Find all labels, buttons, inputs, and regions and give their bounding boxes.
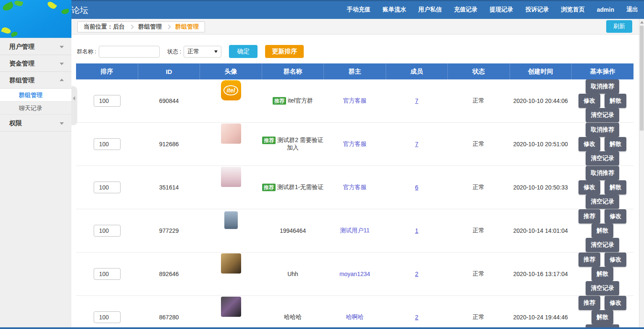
group-id: 977229 <box>138 209 200 253</box>
scrollbar-thumb[interactable] <box>640 26 644 131</box>
column-header: 状态 <box>448 63 510 79</box>
cancel-recommend-button[interactable]: 取消推荐 <box>586 166 619 180</box>
recommend-button[interactable]: 推荐 <box>578 296 600 310</box>
group-id: 912686 <box>138 123 200 166</box>
column-header: 群主 <box>324 63 386 79</box>
vertical-scrollbar[interactable] <box>639 19 644 329</box>
edit-button[interactable]: 修改 <box>578 137 600 151</box>
top-nav-link[interactable]: 账单流水 <box>383 6 406 13</box>
breadcrumb-item[interactable]: 群组管理 <box>138 23 162 31</box>
table-header-row: 排序ID头像群名称群主成员状态创建时间基本操作 <box>76 63 633 79</box>
edit-button[interactable]: 修改 <box>578 94 600 108</box>
owner-link[interactable]: moyan1234 <box>339 271 370 277</box>
actions-cell: 取消推荐修改解散清空记录 <box>572 79 634 123</box>
cancel-recommend-button[interactable]: 取消推荐 <box>586 79 619 94</box>
sort-input[interactable] <box>94 268 121 280</box>
sidebar-item[interactable]: 用户管理 <box>0 38 71 55</box>
group-avatar <box>221 253 241 274</box>
confirm-button[interactable]: 确定 <box>229 45 258 58</box>
sidebar-subitem[interactable]: 群组管理 <box>0 89 71 102</box>
update-sort-button[interactable]: 更新排序 <box>265 45 304 58</box>
member-count-link[interactable]: 7 <box>415 141 418 147</box>
column-header: 创建时间 <box>510 63 571 79</box>
top-nav-link[interactable]: 提现记录 <box>490 6 513 13</box>
owner-link[interactable]: 测试用户11 <box>340 227 370 234</box>
clear-records-button[interactable]: 清空记录 <box>586 151 619 166</box>
member-count-link[interactable]: 6 <box>415 184 418 191</box>
leaf-decoration-icon <box>61 9 69 15</box>
dissolve-button[interactable]: 解散 <box>605 180 626 195</box>
sidebar-collapse-handle[interactable] <box>71 86 77 125</box>
sort-input[interactable] <box>94 225 121 237</box>
edit-button[interactable]: 修改 <box>605 209 626 224</box>
sort-input[interactable] <box>94 311 121 323</box>
dissolve-button[interactable]: 解散 <box>591 224 613 238</box>
leaf-decoration-icon <box>14 0 23 7</box>
leaf-decoration-icon <box>46 0 57 10</box>
top-nav-link[interactable]: 充值记录 <box>454 6 478 13</box>
group-avatar <box>221 124 241 144</box>
edit-button[interactable]: 修改 <box>605 253 626 267</box>
recommend-button[interactable]: 推荐 <box>578 253 600 267</box>
sidebar-subitem[interactable]: 聊天记录 <box>0 102 71 115</box>
top-nav-link[interactable]: 浏览首页 <box>561 6 585 13</box>
top-nav-link[interactable]: 退出 <box>626 6 638 13</box>
breadcrumb: 当前位置：后台 群组管理 群组管理 <box>77 21 205 32</box>
dissolve-button[interactable]: 解散 <box>591 310 613 324</box>
member-count-link[interactable]: 1 <box>415 227 418 234</box>
chevron-down-icon <box>60 122 64 125</box>
owner-link[interactable]: 官方客服 <box>343 184 366 190</box>
edit-button[interactable]: 修改 <box>578 180 600 195</box>
clear-records-button[interactable]: 清空记录 <box>586 238 619 252</box>
group-name: Uhh <box>287 271 298 277</box>
top-nav-link[interactable]: 投诉记录 <box>526 6 549 13</box>
owner-link[interactable]: 哈啊哈 <box>346 313 363 320</box>
top-nav-link[interactable]: 用户私信 <box>418 6 442 13</box>
status-select[interactable]: 正常 <box>184 46 221 58</box>
group-name: 测试群2 需要验证加入 <box>277 137 323 151</box>
group-id: 351614 <box>138 166 200 209</box>
owner-link[interactable]: 官方客服 <box>343 140 366 147</box>
member-count-link[interactable]: 2 <box>415 271 418 277</box>
clear-records-button[interactable]: 清空记录 <box>586 108 619 122</box>
refresh-button[interactable]: 刷新 <box>606 20 632 33</box>
sidebar-item[interactable]: 资金管理 <box>0 55 71 72</box>
main-content: 群名称 : 状态 : 正常 确定 更新排序 排序ID头像群名称群主成员状态创建时… <box>72 35 639 329</box>
collapse-arrow-icon <box>73 96 75 100</box>
status-text: 正常 <box>448 296 510 329</box>
clear-records-button[interactable]: 清空记录 <box>586 195 619 209</box>
groups-table: 排序ID头像群名称群主成员状态创建时间基本操作 690844 itel 推荐it… <box>76 63 633 329</box>
dissolve-button[interactable]: 解散 <box>605 137 626 151</box>
group-name-label: 群名称 : <box>77 48 96 55</box>
group-name: 哈哈哈 <box>284 313 302 320</box>
recommended-badge: 推荐 <box>262 137 276 144</box>
cancel-recommend-button[interactable]: 取消推荐 <box>586 123 619 137</box>
group-name: 19946464 <box>280 227 306 234</box>
status-text: 正常 <box>448 253 510 296</box>
chevron-right-icon <box>166 24 171 29</box>
column-header: 头像 <box>200 63 262 79</box>
member-count-link[interactable]: 7 <box>415 97 418 104</box>
clear-records-button[interactable]: 清空记录 <box>586 281 619 295</box>
recommend-button[interactable]: 推荐 <box>578 209 600 224</box>
dissolve-button[interactable]: 解散 <box>591 267 613 281</box>
sidebar-item[interactable]: 权限 <box>0 115 71 132</box>
table-row: 351614 推荐测试群1-无需验证 官方客服 6 正常 2020-10-10 … <box>76 166 633 209</box>
group-name-input[interactable] <box>99 46 160 58</box>
filter-bar: 群名称 : 状态 : 正常 确定 更新排序 <box>77 45 639 58</box>
sort-input[interactable] <box>94 95 121 107</box>
scroll-up-arrow-icon[interactable] <box>640 21 644 24</box>
top-nav-link[interactable]: admin <box>597 6 614 13</box>
leaf-decoration-icon <box>2 1 14 12</box>
sort-input[interactable] <box>94 182 121 193</box>
dissolve-button[interactable]: 解散 <box>605 94 626 108</box>
top-nav-link[interactable]: 手动充值 <box>347 6 371 13</box>
chevron-right-icon <box>129 24 134 29</box>
sidebar-item[interactable]: 群组管理 <box>0 72 71 89</box>
edit-button[interactable]: 修改 <box>605 296 626 310</box>
sort-input[interactable] <box>94 138 121 150</box>
owner-link[interactable]: 官方客服 <box>343 97 366 104</box>
sidebar: 用户管理资金管理群组管理群组管理聊天记录权限 <box>0 38 71 327</box>
member-count-link[interactable]: 2 <box>415 314 418 321</box>
status-label: 状态 : <box>167 48 181 55</box>
